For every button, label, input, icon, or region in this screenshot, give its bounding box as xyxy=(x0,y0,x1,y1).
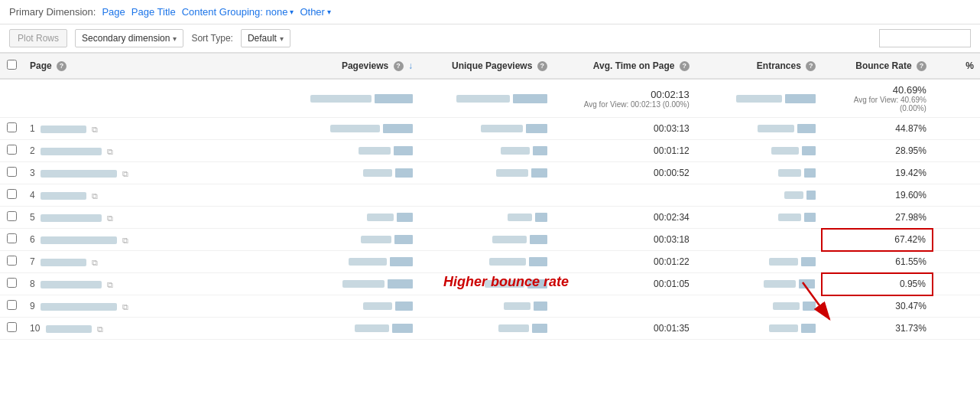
entrances-cell xyxy=(696,295,822,318)
row-checkbox[interactable] xyxy=(0,273,24,295)
chevron-down-icon: ▾ xyxy=(327,8,331,16)
page-header[interactable]: Page ? xyxy=(24,54,284,80)
average-row: 00:02:13 Avg for View: 00:02:13 (0.00%) … xyxy=(0,79,980,118)
pageviews-header[interactable]: Pageviews ? ↓ xyxy=(284,54,419,80)
external-link-icon[interactable]: ⧉ xyxy=(97,324,106,334)
bounce-rate-header[interactable]: Bounce Rate ? xyxy=(822,54,933,80)
primary-dimension-label: Primary Dimension: xyxy=(9,6,96,18)
page-name: 1 ⧉ xyxy=(24,118,284,140)
external-link-icon[interactable]: ⧉ xyxy=(107,147,116,156)
row-checkbox[interactable] xyxy=(0,318,24,340)
page-name: 7 ⧉ xyxy=(24,251,284,273)
row-checkbox[interactable] xyxy=(0,118,24,140)
unique-pageviews-cell xyxy=(419,207,553,229)
row-checkbox[interactable] xyxy=(0,184,24,207)
pageviews-cell xyxy=(284,273,419,295)
plot-rows-button[interactable]: Plot Rows xyxy=(9,29,67,47)
avg-time-cell: 00:01:22 xyxy=(553,251,696,273)
page-title-link[interactable]: Page Title xyxy=(131,6,176,18)
pageviews-cell xyxy=(284,318,419,340)
entrances-cell xyxy=(696,184,822,207)
table-row: 6 ⧉ 00:03:18 67.42% xyxy=(0,229,980,251)
unique-pageviews-cell xyxy=(419,273,553,295)
external-link-icon[interactable]: ⧉ xyxy=(122,236,131,245)
help-icon[interactable]: ? xyxy=(537,61,547,71)
sort-type-label: Sort Type: xyxy=(191,33,232,44)
row-checkbox[interactable] xyxy=(0,229,24,251)
page-link[interactable]: Page xyxy=(102,6,125,18)
pageviews-cell xyxy=(284,118,419,140)
bounce-rate-cell: 44.87% xyxy=(822,118,933,140)
unique-pageviews-header[interactable]: Unique Pageviews ? xyxy=(419,54,553,80)
pageviews-cell xyxy=(284,162,419,184)
avg-time-cell: 00:01:35 xyxy=(553,318,696,340)
search-input[interactable] xyxy=(879,29,971,47)
other-dropdown[interactable]: Other ▾ xyxy=(300,6,331,18)
help-icon[interactable]: ? xyxy=(806,61,816,71)
row-checkbox[interactable] xyxy=(0,251,24,273)
help-icon[interactable]: ? xyxy=(680,61,690,71)
content-grouping-dropdown[interactable]: Content Grouping: none ▾ xyxy=(182,6,294,18)
bounce-rate-cell: 28.95% xyxy=(822,140,933,162)
entrances-cell xyxy=(696,162,822,184)
bounce-rate-cell: 30.47% xyxy=(822,295,933,318)
page-name: 10 ⧉ xyxy=(24,318,284,340)
unique-pageviews-cell xyxy=(419,184,553,207)
table-row: 10 ⧉ 00:01:35 31.73% xyxy=(0,318,980,340)
pageviews-cell xyxy=(284,251,419,273)
table-row: 2 ⧉ 00:01:12 28.95% xyxy=(0,140,980,162)
avg-time-cell: 00:03:13 xyxy=(553,118,696,140)
data-table: Page ? Pageviews ? ↓ Unique Pageviews ? … xyxy=(0,53,980,340)
page-name: 9 ⧉ xyxy=(24,295,284,318)
row-checkbox[interactable] xyxy=(0,295,24,318)
page-name: 3 ⧉ xyxy=(24,162,284,184)
sort-default-dropdown[interactable]: Default ▾ xyxy=(241,29,290,47)
chevron-down-icon: ▾ xyxy=(280,34,284,43)
unique-pageviews-cell xyxy=(419,229,553,251)
pct-cell xyxy=(933,162,980,184)
pageviews-cell xyxy=(284,184,419,207)
external-link-icon[interactable]: ⧉ xyxy=(107,280,116,289)
unique-pageviews-cell xyxy=(419,295,553,318)
external-link-icon[interactable]: ⧉ xyxy=(92,258,101,267)
table-row: 8 ⧉ 00:01:05 0.95% xyxy=(0,273,980,295)
page-name: 6 ⧉ xyxy=(24,229,284,251)
entrances-cell xyxy=(696,140,822,162)
page-name: 4 ⧉ xyxy=(24,184,284,207)
table-row: 7 ⧉ 00:01:22 61.55% xyxy=(0,251,980,273)
pageviews-cell xyxy=(284,140,419,162)
external-link-icon[interactable]: ⧉ xyxy=(122,169,131,178)
select-all-checkbox[interactable] xyxy=(0,54,24,80)
pct-header[interactable]: % xyxy=(933,54,980,80)
unique-pageviews-cell xyxy=(419,118,553,140)
help-icon[interactable]: ? xyxy=(394,61,404,71)
external-link-icon[interactable]: ⧉ xyxy=(107,214,116,223)
pageviews-cell xyxy=(284,295,419,318)
table-row: 3 ⧉ 00:00:52 19.42% xyxy=(0,162,980,184)
external-link-icon[interactable]: ⧉ xyxy=(92,191,101,200)
entrances-cell xyxy=(696,207,822,229)
pct-cell xyxy=(933,251,980,273)
chevron-down-icon: ▾ xyxy=(173,34,177,43)
secondary-dimension-dropdown[interactable]: Secondary dimension ▾ xyxy=(75,29,183,47)
row-checkbox[interactable] xyxy=(0,207,24,229)
sort-arrow-icon: ↓ xyxy=(408,60,413,71)
entrances-header[interactable]: Entrances ? xyxy=(696,54,822,80)
bounce-rate-cell: 19.60% xyxy=(822,184,933,207)
bounce-rate-cell: 0.95% xyxy=(822,273,933,295)
row-checkbox[interactable] xyxy=(0,140,24,162)
bounce-rate-cell: 61.55% xyxy=(822,251,933,273)
external-link-icon[interactable]: ⧉ xyxy=(92,125,101,134)
pct-cell xyxy=(933,295,980,318)
help-icon[interactable]: ? xyxy=(917,61,926,71)
help-icon[interactable]: ? xyxy=(57,61,67,71)
avg-time-cell: 00:03:18 xyxy=(553,229,696,251)
external-link-icon[interactable]: ⧉ xyxy=(122,302,131,311)
row-checkbox[interactable] xyxy=(0,162,24,184)
avg-time-header[interactable]: Avg. Time on Page ? xyxy=(553,54,696,80)
bounce-rate-cell: 67.42% xyxy=(822,229,933,251)
pct-cell xyxy=(933,229,980,251)
pct-cell xyxy=(933,273,980,295)
pct-cell xyxy=(933,140,980,162)
primary-dimension-bar: Primary Dimension: Page Page Title Conte… xyxy=(0,0,980,24)
